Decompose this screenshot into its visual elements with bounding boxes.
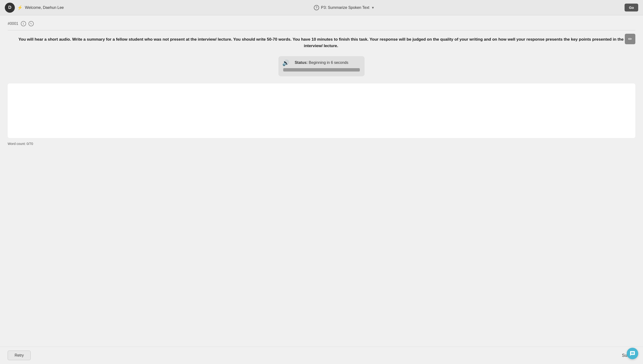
audio-progress-bar	[283, 68, 360, 72]
help-icon[interactable]: ?	[314, 5, 319, 10]
go-button[interactable]: Go	[624, 4, 638, 12]
audio-icon: 🔊	[282, 60, 289, 66]
bottom-bar: Retry Submit	[0, 346, 643, 364]
main-content: #0001 i ✎ ✏ You will hear a short audio.…	[0, 15, 643, 346]
header: D ⚡ Welcome, Daehun Lee ? P3: Summarize …	[0, 0, 643, 15]
lightning-icon: ⚡	[17, 5, 23, 10]
chevron-down-icon[interactable]: ▼	[371, 6, 375, 10]
textarea-container	[8, 84, 635, 138]
word-count: Word count: 0/70	[8, 142, 635, 146]
audio-status: Status: Beginning in 6 seconds	[283, 60, 360, 65]
header-right: Go	[624, 4, 638, 12]
question-number-row: #0001 i ✎	[8, 21, 635, 26]
retry-button[interactable]: Retry	[8, 350, 31, 360]
instruction-text: You will hear a short audio. Write a sum…	[8, 36, 635, 49]
edit-icon[interactable]: ✎	[29, 21, 34, 26]
chat-icon	[629, 350, 635, 356]
task-title-label: P3: Summarize Spoken Text	[321, 6, 369, 10]
header-center: ? P3: Summarize Spoken Text ▼	[314, 5, 374, 10]
question-number: #0001	[8, 22, 19, 26]
response-textarea[interactable]	[11, 86, 632, 134]
header-left: D ⚡ Welcome, Daehun Lee	[5, 3, 64, 13]
audio-player: 🔊 Status: Beginning in 6 seconds	[278, 56, 365, 76]
welcome-text: Welcome, Daehun Lee	[25, 6, 64, 10]
info-icon[interactable]: i	[21, 21, 26, 26]
avatar: D	[5, 3, 15, 13]
chat-bubble[interactable]	[627, 348, 638, 359]
pencil-button[interactable]: ✏	[625, 34, 635, 44]
status-label: Status:	[295, 60, 308, 64]
status-value: Beginning in 6 seconds	[309, 60, 348, 64]
